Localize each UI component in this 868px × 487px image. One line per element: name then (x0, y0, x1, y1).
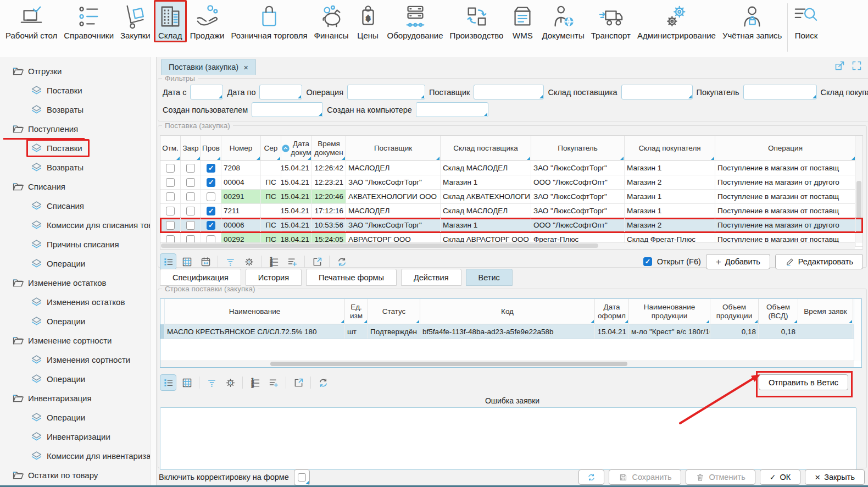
sidebar-item[interactable]: Поставки (0, 139, 156, 158)
numbered-list-button[interactable]: 123 (247, 374, 263, 391)
refresh-button[interactable] (333, 253, 350, 270)
horizontal-scrollbar[interactable] (160, 242, 855, 249)
column-header[interactable]: Склад покупателя (625, 136, 715, 161)
column-header[interactable]: Дата докум (281, 136, 312, 161)
sidebar-item[interactable]: Возвраты (0, 100, 156, 119)
detail-tab[interactable]: Печатные формы (306, 269, 397, 286)
sidebar-item[interactable]: Причины списания (0, 235, 156, 254)
row-checkbox[interactable] (166, 178, 175, 187)
column-header[interactable]: Пров (201, 136, 221, 161)
app-menu-production[interactable]: Производство (447, 0, 507, 42)
row-checkbox[interactable] (186, 178, 195, 187)
sidebar-item[interactable]: Остатки по товару (0, 466, 156, 485)
app-menu-documents[interactable]: Документы (538, 0, 587, 42)
row-checkbox[interactable] (186, 192, 195, 201)
sidebar-item[interactable]: Отгрузки (0, 62, 156, 81)
column-header[interactable]: Наименование продукции (629, 299, 710, 324)
app-menu-equipment[interactable]: Оборудование (384, 0, 447, 42)
filter-input[interactable] (416, 103, 488, 117)
row-checkbox[interactable] (207, 221, 215, 230)
sidebar-item[interactable]: Изменения остатков (0, 292, 156, 312)
column-header[interactable]: Дата оформл (595, 299, 629, 324)
supply-row[interactable]: 00291ПС15.04.2112:20:46АКВАТЕХНОЛОГИИ ОО… (160, 190, 863, 204)
refresh-button[interactable] (578, 469, 604, 485)
column-header[interactable]: Код (420, 299, 595, 324)
sidebar-item[interactable]: Инвентаризация (0, 389, 156, 408)
filter-input[interactable] (252, 103, 322, 117)
row-checkbox[interactable] (207, 207, 215, 215)
column-header[interactable]: Склад поставщика (441, 136, 531, 161)
column-header[interactable]: Время докумен (312, 136, 346, 161)
filter-input[interactable] (260, 85, 302, 99)
app-menu-desktop[interactable]: Рабочий стол (2, 0, 60, 42)
calendar-button[interactable] (197, 253, 214, 270)
fullscreen-button[interactable] (851, 60, 863, 74)
sidebar-item[interactable]: Операции (0, 369, 156, 389)
numbered-list-button[interactable]: 123 (265, 253, 282, 270)
row-checkbox[interactable] (166, 221, 175, 230)
sidebar-item[interactable]: Списания (0, 177, 156, 196)
column-header[interactable]: Закр (181, 136, 201, 161)
app-menu-sales[interactable]: Продажи (187, 0, 228, 42)
grid-button[interactable] (179, 374, 195, 391)
column-header[interactable]: Статус (368, 299, 420, 324)
row-checkbox[interactable] (207, 164, 215, 173)
list-add-button[interactable] (284, 253, 301, 270)
filter-input[interactable] (744, 85, 816, 99)
sidebar-item[interactable]: Списания (0, 196, 156, 215)
column-header[interactable]: Покупатель (531, 136, 625, 161)
tab-close-icon[interactable]: × (243, 63, 248, 72)
sidebar-item[interactable]: Поставки (0, 81, 156, 100)
sidebar-item[interactable]: Поступления (0, 119, 156, 139)
sidebar-item[interactable]: Операции (0, 408, 156, 427)
filter-input[interactable] (474, 85, 543, 99)
list-view-button[interactable] (160, 253, 176, 270)
add-button[interactable]: Добавить (706, 254, 770, 269)
list-add-button[interactable] (265, 374, 282, 391)
sidebar-item[interactable]: Комиссии для списания товар (0, 215, 156, 235)
app-menu-retail[interactable]: Розничная торговля (227, 0, 310, 42)
refresh-button[interactable] (315, 374, 331, 391)
row-checkbox[interactable] (166, 192, 175, 201)
supply-line-row[interactable]: МАСЛО КРЕСТЬЯНСКОЕ СЛ/СЛ.72.5% 180штПодт… (160, 324, 861, 339)
save-button[interactable]: Сохранить (609, 469, 681, 485)
app-menu-administration[interactable]: Администрирование (634, 0, 719, 42)
open-external-button[interactable] (290, 374, 307, 391)
edit-button[interactable]: Редактировать (775, 254, 863, 269)
filter-button[interactable] (222, 253, 238, 270)
gear-button[interactable] (241, 253, 257, 270)
row-checkbox[interactable] (186, 164, 195, 173)
sidebar-item[interactable]: Операции (0, 254, 156, 273)
filter-input[interactable] (348, 85, 425, 99)
filter-input[interactable] (191, 85, 222, 99)
app-menu-transport[interactable]: Транспорт (588, 0, 634, 42)
column-header[interactable]: Сер (261, 136, 281, 161)
app-menu-purchases[interactable]: Закупки (117, 0, 154, 42)
supply-row[interactable]: 721115.04.2117:12:16МАСЛОДЕЛСклад МАСЛОД… (160, 204, 863, 218)
row-checkbox[interactable] (166, 164, 175, 173)
list-view-button[interactable] (160, 374, 176, 391)
sidebar-item[interactable]: Операции (0, 312, 156, 331)
horizontal-scrollbar[interactable] (160, 361, 854, 367)
tab-supplies-purchase[interactable]: Поставки (закупка) × (161, 59, 256, 75)
sidebar-item[interactable]: Изменения сортности (0, 350, 156, 369)
sidebar-item[interactable]: Изменение остатков (0, 273, 156, 292)
column-header[interactable]: Поставщик (346, 136, 441, 161)
send-to-vetis-button[interactable]: Отправить в Ветис (759, 374, 848, 390)
row-checkbox[interactable] (207, 192, 215, 201)
vertical-scrollbar[interactable] (854, 299, 861, 361)
sidebar-item[interactable]: Изменение сортности (0, 331, 156, 350)
sidebar-item[interactable]: Возвраты (0, 158, 156, 177)
grid-button[interactable] (179, 253, 195, 270)
column-header[interactable]: Операция (715, 136, 856, 161)
column-header[interactable]: Ед. изм (345, 299, 368, 324)
row-checkbox[interactable] (207, 178, 215, 187)
detail-tab[interactable]: Ветис (466, 269, 513, 286)
column-header[interactable]: Объем продукции (710, 299, 759, 324)
popout-button[interactable] (834, 60, 845, 74)
ok-button[interactable]: ОК (760, 469, 800, 485)
gear-button[interactable] (222, 374, 238, 391)
sidebar-item[interactable]: Инвентаризации (0, 427, 156, 446)
app-menu-prices[interactable]: $Цены (352, 0, 384, 42)
column-header[interactable]: Объем (ВСД) (759, 299, 798, 324)
